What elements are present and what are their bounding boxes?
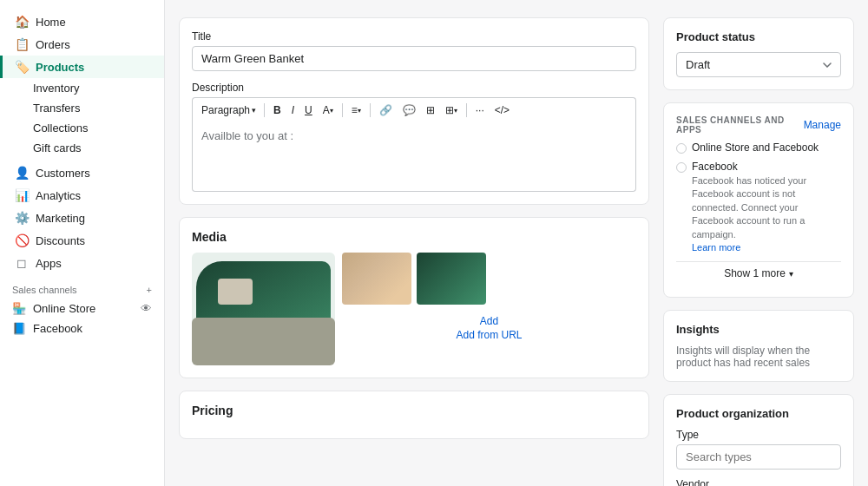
sidebar-item-home[interactable]: 🏠 Home — [0, 10, 164, 33]
product-status-select[interactable]: Draft Active — [676, 52, 841, 77]
analytics-icon: 📊 — [15, 188, 29, 202]
description-label: Description — [192, 82, 636, 94]
description-toolbar: Paragraph ▾ B I U A▾ ≡▾ 🔗 💬 ⊞ ⊞▾ — [192, 97, 636, 122]
media-section-title: Media — [192, 230, 636, 244]
sidebar-item-label: Apps — [36, 257, 62, 270]
chevron-down-icon: ▾ — [252, 106, 256, 115]
product-details-card: Title Description Paragraph ▾ B I U A▾ — [179, 17, 649, 205]
media-thumbnail-1[interactable] — [342, 253, 411, 305]
sales-channels-section: Sales channels + — [0, 274, 164, 299]
media-thumbnails-row — [342, 253, 636, 305]
sidebar-item-apps[interactable]: ◻ Apps — [0, 252, 164, 274]
add-from-url-button[interactable]: Add from URL — [456, 329, 522, 341]
more-options-button[interactable]: ··· — [471, 102, 489, 119]
media-thumbnail-2[interactable] — [417, 253, 486, 305]
sidebar-item-marketing[interactable]: ⚙️ Marketing — [0, 207, 164, 229]
main-content: Title Description Paragraph ▾ B I U A▾ — [165, 0, 868, 486]
media-card: Media Add — [179, 217, 649, 378]
paragraph-select[interactable]: Paragraph ▾ — [198, 102, 260, 118]
sidebar-sub-item-inventory[interactable]: Inventory — [0, 78, 164, 98]
orders-icon: 📋 — [15, 37, 29, 51]
sidebar-channel-online-store[interactable]: 🏪 Online Store 👁 — [0, 299, 164, 319]
learn-more-link[interactable]: Learn more — [692, 242, 740, 253]
add-channel-button[interactable]: + — [147, 285, 152, 295]
discounts-icon: 🚫 — [15, 233, 29, 247]
link-button[interactable]: 🔗 — [375, 102, 397, 119]
org-title: Product organization — [676, 407, 841, 420]
add-media-button[interactable]: Add — [480, 315, 498, 327]
eye-icon[interactable]: 👁 — [141, 302, 152, 315]
pricing-section-title: Pricing — [192, 404, 636, 417]
sales-channels-title: SALES CHANNELS AND APPS — [676, 115, 804, 135]
show-more-button[interactable]: Show 1 more ▾ — [676, 261, 841, 285]
italic-button[interactable]: I — [287, 102, 299, 119]
insights-card: Insights Insights will display when the … — [663, 310, 854, 382]
media-main-image[interactable] — [192, 253, 335, 365]
sidebar-item-orders[interactable]: 📋 Orders — [0, 33, 164, 56]
product-title-input[interactable] — [192, 46, 636, 71]
toolbar-divider-1 — [264, 103, 265, 117]
sidebar-item-label: Discounts — [36, 234, 85, 247]
type-input[interactable] — [676, 444, 841, 470]
bold-button[interactable]: B — [269, 102, 286, 119]
table-button[interactable]: ⊞ — [422, 102, 439, 119]
channel-item-facebook: Facebook Facebook has noticed your Faceb… — [676, 161, 841, 254]
facebook-icon: 📘 — [12, 322, 26, 335]
sidebar-channel-facebook[interactable]: 📘 Facebook — [0, 319, 164, 338]
product-status-title: Product status — [676, 30, 841, 43]
sidebar-item-label: Products — [36, 61, 84, 74]
toolbar-divider-3 — [370, 103, 371, 117]
media-grid: Add Add from URL — [192, 253, 636, 365]
code-button[interactable]: </> — [490, 102, 514, 119]
sidebar-sub-item-collections[interactable]: Collections — [0, 118, 164, 138]
sidebar-item-products[interactable]: 🏷️ Products — [0, 56, 164, 78]
sidebar-item-customers[interactable]: 👤 Customers — [0, 161, 164, 184]
sidebar-item-discounts[interactable]: 🚫 Discounts — [0, 229, 164, 252]
center-column: Title Description Paragraph ▾ B I U A▾ — [179, 17, 649, 469]
channel-item-online-store-fb: Online Store and Facebook — [676, 141, 841, 154]
description-editor[interactable]: Availble to you at : — [192, 122, 636, 192]
sofa-decoration — [192, 318, 335, 365]
underline-button[interactable]: U — [300, 102, 317, 119]
media-side-panel: Add Add from URL — [342, 253, 636, 341]
title-label: Title — [192, 30, 636, 43]
toolbar-divider-2 — [342, 103, 343, 117]
products-icon: 🏷️ — [15, 60, 29, 74]
channel-radio-online-store-fb[interactable] — [676, 143, 687, 154]
product-organization-card: Product organization Type Vendor — [663, 394, 854, 486]
right-column: Product status Draft Active SALES CHANNE… — [663, 17, 854, 469]
image-button[interactable]: 💬 — [398, 102, 420, 119]
pillow-decoration — [218, 279, 253, 305]
customers-icon: 👤 — [15, 166, 29, 180]
align-button[interactable]: ≡▾ — [347, 102, 365, 119]
channel-warning-facebook: Facebook has noticed your Facebook accou… — [692, 174, 841, 254]
sidebar-item-label: Home — [36, 16, 66, 29]
media-add-area: Add Add from URL — [342, 315, 636, 341]
channel-name-online-store-fb: Online Store and Facebook — [692, 141, 819, 154]
channel-name-facebook: Facebook — [692, 161, 841, 173]
online-store-icon: 🏪 — [12, 302, 26, 315]
sidebar-item-analytics[interactable]: 📊 Analytics — [0, 184, 164, 207]
sidebar: 🏠 Home 📋 Orders 🏷️ Products Inventory Tr… — [0, 0, 165, 486]
sidebar-sub-item-transfers[interactable]: Transfers — [0, 98, 164, 118]
sidebar-item-label: Customers — [36, 167, 90, 180]
text-color-button[interactable]: A▾ — [319, 102, 338, 119]
chevron-down-icon: ▾ — [789, 269, 793, 279]
home-icon: 🏠 — [15, 15, 29, 29]
sidebar-item-label: Orders — [36, 38, 70, 51]
channel-radio-facebook[interactable] — [676, 162, 687, 173]
marketing-icon: ⚙️ — [15, 211, 29, 225]
sidebar-item-label: Analytics — [36, 189, 81, 202]
manage-link[interactable]: Manage — [804, 119, 841, 131]
product-status-card: Product status Draft Active — [663, 17, 854, 90]
sidebar-item-label: Marketing — [36, 212, 85, 225]
pricing-card: Pricing — [179, 391, 649, 439]
type-label: Type — [676, 429, 841, 441]
embed-button[interactable]: ⊞▾ — [441, 102, 462, 119]
insights-text: Insights will display when the product h… — [676, 345, 841, 369]
vendor-label: Vendor — [676, 478, 841, 486]
type-field: Type — [676, 429, 841, 470]
apps-icon: ◻ — [15, 256, 29, 270]
sales-channels-header: SALES CHANNELS AND APPS Manage — [676, 115, 841, 135]
sidebar-sub-item-gift-cards[interactable]: Gift cards — [0, 138, 164, 158]
